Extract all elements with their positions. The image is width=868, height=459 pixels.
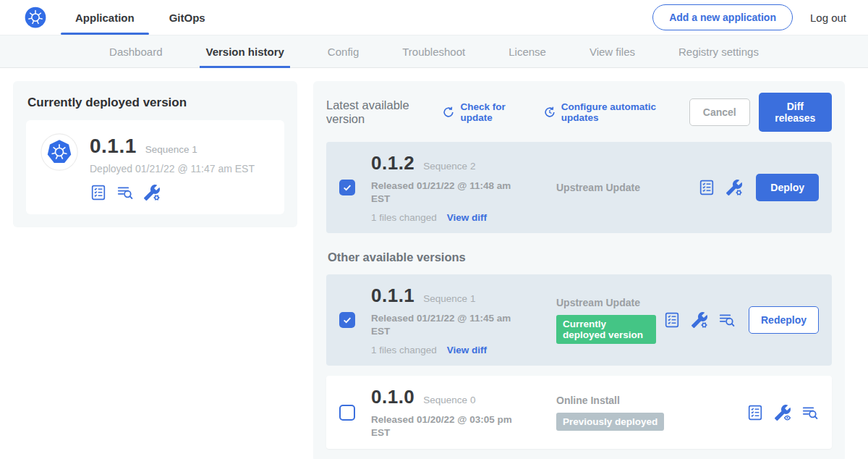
preflight-checklist-icon[interactable] xyxy=(663,311,681,329)
version-number: 0.1.2 xyxy=(371,152,414,174)
sequence-label: Sequence 1 xyxy=(423,293,475,304)
files-changed-label: 1 files changed xyxy=(371,345,437,355)
deployed-timestamp: Deployed 01/21/22 @ 11:47 am EST xyxy=(90,163,255,174)
check-update-icon xyxy=(441,105,456,119)
preflight-checklist-icon[interactable] xyxy=(746,404,764,421)
tab-license[interactable]: License xyxy=(509,35,546,67)
checkmark-icon xyxy=(341,182,353,193)
logout-button[interactable]: Log out xyxy=(810,12,846,24)
preflight-checklist-icon[interactable] xyxy=(90,184,107,201)
edit-config-icon[interactable] xyxy=(691,311,708,329)
version-row-0-1-1: 0.1.1 Sequence 1 Released 01/21/22 @ 11:… xyxy=(326,274,832,366)
configure-automatic-updates-link[interactable]: Configure automatic updates xyxy=(542,101,671,123)
redeploy-button[interactable]: Redeploy xyxy=(749,306,819,334)
nav-tab-application[interactable]: Application xyxy=(71,0,139,35)
version-number: 0.1.1 xyxy=(371,285,414,307)
version-number: 0.1.0 xyxy=(371,386,414,408)
tab-dashboard[interactable]: Dashboard xyxy=(109,35,162,67)
deploy-logs-icon[interactable] xyxy=(718,311,736,329)
view-diff-link[interactable]: View diff xyxy=(447,345,487,355)
tab-config[interactable]: Config xyxy=(328,35,359,67)
version-row-0-1-2: 0.1.2 Sequence 2 Released 01/21/22 @ 11:… xyxy=(326,142,832,233)
deploy-logs-icon[interactable] xyxy=(801,404,819,421)
version-row-0-1-0: 0.1.0 Sequence 0 Released 01/20/22 @ 03:… xyxy=(326,376,832,449)
released-timestamp: Released 01/21/22 @ 11:48 am EST xyxy=(371,180,512,205)
currently-deployed-card: Currently deployed version 0.1.1 Sequenc… xyxy=(13,81,297,227)
deploy-button[interactable]: Deploy xyxy=(756,174,819,201)
version-source-label: Upstream Update xyxy=(556,182,691,193)
version-checkbox[interactable] xyxy=(339,312,355,328)
top-nav: Application GitOps Add a new application… xyxy=(0,0,868,35)
previously-deployed-badge: Previously deployed xyxy=(556,413,664,431)
released-timestamp: Released 01/21/22 @ 11:45 am EST xyxy=(371,312,512,337)
app-sub-nav: Dashboard Version history Config Trouble… xyxy=(0,35,868,68)
tab-registry-settings[interactable]: Registry settings xyxy=(678,35,759,67)
deployed-card-title: Currently deployed version xyxy=(27,96,284,110)
deployed-sequence-label: Sequence 1 xyxy=(145,144,197,155)
view-diff-link[interactable]: View diff xyxy=(447,212,487,223)
edit-config-icon[interactable] xyxy=(143,184,161,201)
tab-view-files[interactable]: View files xyxy=(590,35,635,67)
configure-automatic-updates-label: Configure automatic updates xyxy=(561,101,671,123)
cancel-button[interactable]: Cancel xyxy=(689,98,750,126)
add-application-button[interactable]: Add a new application xyxy=(652,4,793,30)
deploy-logs-icon[interactable] xyxy=(116,184,134,201)
check-for-update-label: Check for update xyxy=(460,101,523,123)
diff-releases-button[interactable]: Diff releases xyxy=(759,93,832,132)
version-source-label: Upstream Update xyxy=(556,297,656,308)
version-history-panel: Latest available version Check for updat… xyxy=(313,81,845,459)
version-checkbox[interactable] xyxy=(339,180,355,195)
other-versions-title: Other available versions xyxy=(328,250,832,264)
check-for-update-link[interactable]: Check for update xyxy=(441,101,523,123)
deployed-version-card: 0.1.1 Sequence 1 Deployed 01/21/22 @ 11:… xyxy=(26,120,284,214)
nav-tab-gitops[interactable]: GitOps xyxy=(165,0,210,35)
tab-version-history[interactable]: Version history xyxy=(205,35,284,67)
preflight-checklist-icon[interactable] xyxy=(698,179,715,196)
sequence-label: Sequence 0 xyxy=(423,395,475,405)
currently-deployed-badge: Currently deployed version xyxy=(556,315,656,344)
deployed-version-number: 0.1.1 xyxy=(90,135,137,158)
kubernetes-logo-icon xyxy=(25,0,46,35)
edit-config-icon[interactable] xyxy=(726,179,743,196)
auto-update-icon xyxy=(542,105,557,119)
view-config-icon[interactable] xyxy=(774,404,791,421)
sequence-label: Sequence 2 xyxy=(423,161,475,172)
version-source-label: Online Install xyxy=(556,395,739,406)
tab-troubleshoot[interactable]: Troubleshoot xyxy=(402,35,465,67)
checkmark-icon xyxy=(341,314,353,326)
app-logo-icon xyxy=(41,133,78,201)
files-changed-label: 1 files changed xyxy=(371,212,437,223)
version-checkbox[interactable] xyxy=(339,405,355,421)
released-timestamp: Released 01/20/22 @ 03:05 pm EST xyxy=(371,413,512,439)
latest-version-title: Latest available version xyxy=(326,98,430,126)
